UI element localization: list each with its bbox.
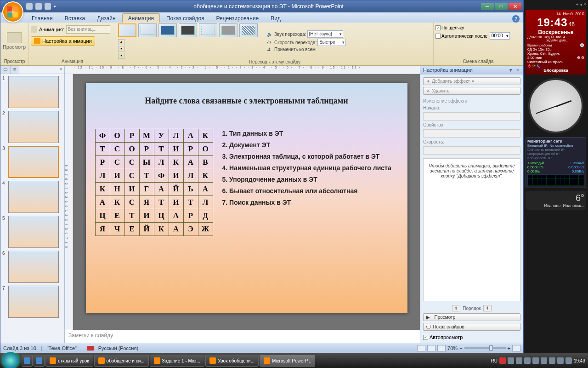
group-label-animation: Анимация [31,58,114,64]
slide-canvas[interactable]: Найдите слова связанные с электронными т… [73,74,420,330]
tray-icon[interactable] [549,357,555,364]
tray-icon[interactable] [541,357,547,364]
slideshow-button[interactable]: 🖵 Показ слайдов [423,323,520,331]
clue-list[interactable]: 1. Тип данных в ЭТ2. Документ ЭТ3. Элект… [222,129,391,236]
tray-icon[interactable] [532,357,539,364]
tab-Вставка[interactable]: Вставка [59,14,91,23]
digital-clock-gadget[interactable]: 14. Нояб. 2010 19:4346 Воскресенье День:… [526,10,586,75]
transition-none[interactable] [118,23,136,37]
slide-counter[interactable]: Слайд 3 из 10 [3,345,36,351]
slide-thumb[interactable] [8,181,59,213]
taskbar: открытый урокобобщение и си...Задание 1 … [0,353,588,368]
start-button[interactable] [2,352,19,368]
tab-Дизайн[interactable]: Дизайн [91,14,121,23]
save-icon[interactable] [26,3,33,10]
sorter-view-button[interactable] [427,345,435,351]
network-gadget[interactable]: Мониторинг сети Внешний IP: No connectio… [526,137,586,188]
taskbar-app[interactable]: обобщение и си... [94,355,149,367]
language[interactable]: Русский (Россия) [98,345,138,351]
transition-thumb[interactable] [219,23,237,37]
preview-button[interactable]: ▶ Просмотр [423,313,520,321]
zoom-out-icon[interactable]: − [459,345,462,351]
outline-tab[interactable]: ≡ [11,66,19,74]
slide[interactable]: Найдите слова связанные с электронными т… [86,83,407,313]
zoom-slider[interactable] [464,347,506,349]
taskbar-app[interactable]: открытый урок [45,355,93,367]
normal-view-button[interactable] [417,345,425,351]
slide-thumb[interactable] [8,76,59,108]
lang-indicator[interactable]: RU [491,358,498,363]
preview-button[interactable]: Просмотр [2,32,26,50]
word-search-grid[interactable]: ФОРМУЛАКТСОРТИРОРССЫЛКАВЛИСТФИЛККНИГАЙЬА… [95,129,213,236]
slide-title[interactable]: Найдите слова связанные с электронными т… [95,96,398,106]
zoom-value[interactable]: 70% [447,345,458,351]
quick-access-toolbar: ▾ [26,3,56,10]
notes-pane[interactable]: Заметки к слайду [65,330,420,343]
workspace: ▭≡× 1234567 · 12 · 11 · 10 · 9 · · 8 · ·… [0,66,523,343]
quicklaunch[interactable] [34,355,45,367]
gallery-more-icon[interactable]: ▾ [118,53,124,59]
tab-Рецензирование[interactable]: Рецензирование [211,14,265,23]
undo-icon[interactable] [35,3,42,10]
custom-animation-button[interactable]: Настройка анимации [31,36,95,46]
transition-thumb[interactable] [239,23,258,37]
tray-icon[interactable] [508,357,514,364]
maximize-button[interactable]: □ [495,3,508,10]
slideshow-view-button[interactable] [437,345,446,351]
slide-thumb[interactable] [8,111,59,143]
taskbar-app[interactable]: Microsoft PowerP... [260,355,315,367]
preview-icon [7,32,22,43]
weather-gadget[interactable]: 6° Иваново, Ивановск... [526,191,586,210]
gallery-down-icon[interactable]: ▾ [118,46,124,52]
slide-thumb[interactable] [8,251,59,283]
tray-icon[interactable] [557,357,564,364]
slide-thumb[interactable] [8,216,59,248]
animation-selector: Анимация: Без анимац... [31,25,110,34]
minimize-button[interactable]: ─ [481,3,494,10]
tray-clock[interactable]: 19:43 [574,358,585,363]
tray-icon[interactable] [516,357,522,364]
slide-thumb[interactable] [8,146,59,178]
fit-button[interactable] [512,345,520,351]
tray-icon[interactable] [499,357,506,364]
taskbar-app[interactable]: Задание 1 - Micr... [150,355,205,367]
help-icon[interactable]: ? [512,15,520,23]
panel-close-icon[interactable]: × [57,66,64,74]
autoafter-checkbox[interactable] [435,34,441,39]
spellcheck-icon[interactable] [87,346,94,351]
group-label-advance: Смена слайда [435,58,521,64]
speed-combo[interactable]: Быстро [317,39,346,46]
apply-all-button[interactable]: ⇊Применить ко всем [267,47,346,52]
onclick-checkbox[interactable]: ✓ [435,25,441,30]
transition-thumb[interactable] [158,23,177,37]
autopreview-checkbox[interactable]: ✓ [423,335,428,340]
redo-icon[interactable] [45,3,51,10]
tab-Вид[interactable]: Вид [265,14,286,23]
gallery-up-icon[interactable]: ▴ [118,39,124,45]
transition-thumb[interactable] [138,23,157,37]
close-button[interactable]: ✕ [509,3,521,10]
app-window: ▾ обобщение и систематизация по ЭТ - Mic… [0,0,524,353]
system-tray[interactable]: RU 19:43 [491,357,588,364]
theme-name[interactable]: "Тема Office" [47,345,77,351]
tab-Показ слайдов[interactable]: Показ слайдов [161,14,210,23]
tab-Главная[interactable]: Главная [26,14,58,23]
transition-gallery[interactable]: ▴ ▾ ▾ [118,23,265,59]
transition-thumb[interactable] [179,23,197,37]
tab-Анимация[interactable]: Анимация [122,13,160,23]
tray-icon[interactable] [524,357,531,364]
office-button[interactable] [2,1,23,23]
add-effect-button[interactable]: ✦ Добавить эффект ▾ [423,77,520,85]
transition-thumb[interactable] [199,23,217,37]
taskbar-app[interactable]: Урок обобщени... [205,355,259,367]
slide-thumb[interactable] [8,286,59,318]
animpane-controls[interactable]: ▾ × [509,67,520,73]
autoafter-time[interactable]: 00:00 [490,32,510,40]
animation-combo[interactable]: Без анимац... [66,25,110,34]
sound-combo[interactable]: [Нет звука] [307,30,343,38]
quicklaunch[interactable] [22,355,33,367]
slides-tab[interactable]: ▭ [0,66,11,74]
volume-icon[interactable] [565,357,572,364]
zoom-in-icon[interactable]: + [508,345,510,351]
analog-clock-gadget[interactable] [528,78,583,133]
